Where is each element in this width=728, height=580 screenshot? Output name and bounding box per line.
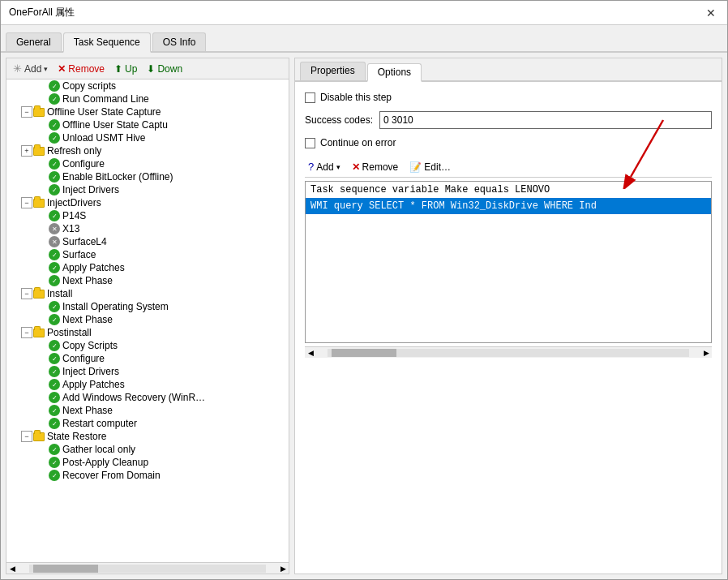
scroll-right-arrow[interactable]: ▶ — [277, 565, 289, 573]
cond-scroll-right[interactable]: ▶ — [700, 349, 712, 357]
tree-item[interactable]: −Offline User State Capture — [6, 105, 289, 118]
disable-step-checkbox[interactable] — [305, 92, 315, 103]
cond-edit-button[interactable]: 📝 Edit… — [406, 161, 454, 174]
options-content: Disable this step Success codes: Continu… — [295, 82, 722, 574]
tree-horizontal-scrollbar[interactable]: ◀ ▶ — [6, 562, 289, 574]
tree-item[interactable]: +Refresh only — [6, 144, 289, 157]
tree-item-label: Inject Drivers — [62, 366, 119, 377]
cond-scroll-track[interactable] — [328, 349, 689, 357]
cond-remove-icon: ✕ — [352, 161, 360, 173]
add-button[interactable]: ✳ Add ▾ — [11, 62, 49, 75]
tree-item[interactable]: ✓Configure — [6, 352, 289, 365]
tree-item[interactable]: ✓Post-Apply Cleanup — [6, 456, 289, 469]
tree-item[interactable]: ✓Install Operating System — [6, 300, 289, 313]
tree-item[interactable]: ✓Restart computer — [6, 417, 289, 430]
tree-item[interactable]: ✓Copy scripts — [6, 79, 289, 92]
tree-item[interactable]: ✕X13 — [6, 222, 289, 235]
check-icon: ✓ — [49, 470, 60, 481]
check-icon: ✓ — [49, 444, 60, 455]
tree-item-label: Run Command Line — [62, 93, 149, 105]
tree-item[interactable]: −Postinstall — [6, 326, 289, 339]
conditions-list: Task sequence variable Make equals LENOV… — [305, 181, 712, 343]
tree-item[interactable]: ✓Surface — [6, 248, 289, 261]
close-button[interactable]: ✕ — [703, 6, 719, 19]
tree-item[interactable]: ✓Run Command Line — [6, 92, 289, 105]
tree-item[interactable]: ✓Next Phase — [6, 313, 289, 326]
expand-icon[interactable]: − — [21, 106, 32, 118]
tab-options[interactable]: Options — [367, 63, 422, 82]
check-icon: ✓ — [49, 249, 60, 260]
tree-item-label: State Restore — [47, 431, 106, 442]
folder-icon — [33, 290, 45, 299]
tree-item-label: Recover From Domain — [62, 470, 161, 481]
tab-os-info[interactable]: OS Info — [152, 32, 207, 51]
check-icon: ✓ — [49, 210, 60, 221]
expand-icon[interactable]: + — [21, 145, 32, 157]
tree-item[interactable]: ✓Configure — [6, 157, 289, 170]
check-icon: ✓ — [49, 262, 60, 273]
tree-item[interactable]: ✓Next Phase — [6, 404, 289, 417]
tree-item[interactable]: −State Restore — [6, 430, 289, 443]
tree-item[interactable]: ✓Inject Drivers — [6, 183, 289, 196]
cond-scroll-left[interactable]: ◀ — [305, 349, 316, 357]
tree-item[interactable]: ✓Enable BitLocker (Offline) — [6, 170, 289, 183]
cond-remove-button[interactable]: ✕ Remove — [349, 161, 402, 174]
tab-general[interactable]: General — [6, 32, 62, 51]
condition-item[interactable]: Task sequence variable Make equals LENOV… — [306, 182, 711, 198]
tree-item-label: X13 — [62, 223, 79, 234]
tab-task-sequence[interactable]: Task Sequence — [63, 32, 151, 53]
cond-add-button[interactable]: ? Add ▾ — [305, 160, 344, 174]
tree-item[interactable]: ✓Next Phase — [6, 274, 289, 287]
tree-item-label: Gather local only — [62, 444, 135, 455]
tree-item[interactable]: ✓Apply Patches — [6, 378, 289, 391]
tree-item-label: Refresh only — [47, 145, 101, 157]
content-area: ✳ Add ▾ ✕ Remove ⬆ Up ⬇ Down — [1, 53, 727, 579]
up-button[interactable]: ⬆ Up — [113, 62, 139, 75]
tree-item-label: Apply Patches — [62, 262, 125, 273]
tree-item-label: Surface — [62, 249, 96, 260]
cond-add-icon: ? — [308, 161, 314, 173]
expand-icon[interactable]: − — [21, 431, 32, 442]
tree-item-label: Unload USMT Hive — [62, 132, 145, 144]
tree-item[interactable]: ✓Unload USMT Hive — [6, 131, 289, 144]
remove-button[interactable]: ✕ Remove — [56, 62, 106, 75]
tree-item-label: Enable BitLocker (Offline) — [62, 171, 173, 183]
tree-item[interactable]: ✓Recover From Domain — [6, 469, 289, 482]
tree-item[interactable]: ✕SurfaceL4 — [6, 235, 289, 248]
expand-icon[interactable]: − — [21, 197, 32, 208]
continue-on-error-label: Continue on error — [320, 137, 396, 148]
task-sequence-tree[interactable]: ✓Copy scripts✓Run Command Line−Offline U… — [6, 79, 289, 562]
scroll-thumb[interactable] — [33, 565, 98, 573]
tree-item-label: Apply Patches — [62, 379, 125, 390]
expand-icon[interactable]: − — [21, 327, 32, 338]
check-icon: ✓ — [49, 80, 60, 92]
left-toolbar: ✳ Add ▾ ✕ Remove ⬆ Up ⬇ Down — [6, 58, 289, 79]
cond-scroll-thumb[interactable] — [332, 349, 396, 357]
tree-item-label: Install — [47, 288, 72, 299]
tree-item[interactable]: ✓Apply Patches — [6, 261, 289, 274]
down-icon: ⬇ — [147, 63, 155, 75]
down-button[interactable]: ⬇ Down — [145, 62, 184, 75]
tree-item[interactable]: ✓Inject Drivers — [6, 365, 289, 378]
expand-icon[interactable]: − — [21, 288, 32, 299]
tree-item[interactable]: ✓Copy Scripts — [6, 339, 289, 352]
tree-item[interactable]: ✓Gather local only — [6, 443, 289, 456]
check-icon: ✓ — [49, 301, 60, 312]
continue-on-error-checkbox[interactable] — [305, 138, 315, 148]
check-icon: ✓ — [49, 171, 60, 183]
tree-item[interactable]: −Install — [6, 287, 289, 300]
scroll-track[interactable] — [29, 565, 266, 573]
main-tab-bar: General Task Sequence OS Info — [1, 25, 727, 53]
scroll-left-arrow[interactable]: ◀ — [6, 565, 18, 573]
check-icon: ✓ — [49, 379, 60, 390]
tree-item-label: InjectDrivers — [47, 197, 101, 208]
tree-item[interactable]: −InjectDrivers — [6, 196, 289, 209]
tree-item[interactable]: ✓Offline User State Captu — [6, 118, 289, 131]
tab-properties[interactable]: Properties — [300, 62, 366, 80]
tree-item[interactable]: ✓Add Windows Recovery (WinR… — [6, 391, 289, 404]
success-codes-input[interactable] — [379, 111, 712, 129]
conditions-scrollbar[interactable]: ◀ ▶ — [305, 346, 712, 358]
tree-item[interactable]: ✓P14S — [6, 209, 289, 222]
tree-item-label: Copy Scripts — [62, 340, 118, 351]
condition-item[interactable]: WMI query SELECT * FROM Win32_DiskDrive … — [306, 198, 711, 214]
